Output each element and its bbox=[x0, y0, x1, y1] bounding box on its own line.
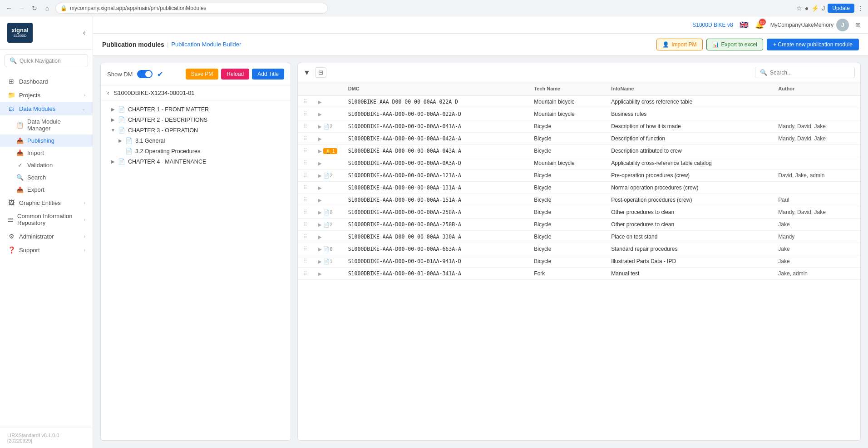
menu-icon[interactable]: ⋮ bbox=[857, 5, 863, 12]
row-chevron-icon[interactable]: ▶ bbox=[318, 185, 322, 190]
sidebar-collapse-button[interactable]: ‹ bbox=[83, 29, 85, 37]
row-expand[interactable]: ▶ 📄2 bbox=[313, 219, 343, 231]
sidebar-item-support[interactable]: ❓ Support › bbox=[0, 243, 93, 257]
search-input[interactable] bbox=[770, 70, 850, 76]
th-dmc[interactable]: DMC bbox=[343, 82, 529, 95]
table-row[interactable]: ⠿▶S1000DBIKE-AAA-D00-00-00-00AA-0A3A-DMo… bbox=[298, 157, 860, 169]
back-button[interactable]: ← bbox=[5, 4, 14, 13]
drag-handle[interactable]: ⠿ bbox=[298, 145, 313, 157]
sidebar-item-dashboard[interactable]: ⊞ Dashboard bbox=[0, 75, 93, 88]
quick-navigation[interactable]: 🔍 Quick Navigation bbox=[5, 54, 88, 67]
row-expand[interactable]: ▶ 📄1 bbox=[313, 255, 343, 268]
sidebar-item-export[interactable]: 📤 Export bbox=[0, 184, 93, 196]
add-title-button[interactable]: Add Title bbox=[252, 69, 284, 80]
drag-handle[interactable]: ⠿ bbox=[298, 95, 313, 108]
tree-item-3-1[interactable]: ▶ 📄 3.1 General bbox=[101, 135, 291, 146]
th-author[interactable]: Author bbox=[773, 82, 860, 95]
row-expand[interactable]: ▶ 📄6 bbox=[313, 243, 343, 255]
table-row[interactable]: ⠿▶S1000DBIKE-AAA-D00-00-00-00AA-151A-ABi… bbox=[298, 194, 860, 206]
profile-icon[interactable]: ● bbox=[805, 5, 809, 12]
th-info-name[interactable]: InfoName bbox=[606, 82, 773, 95]
row-chevron-icon[interactable]: ▶ bbox=[318, 112, 322, 117]
drag-handle[interactable]: ⠿ bbox=[298, 255, 313, 268]
export-excel-button[interactable]: 📊 Export to excel bbox=[706, 39, 763, 50]
row-expand[interactable]: ▶ bbox=[313, 108, 343, 120]
view-toggle-button[interactable]: ⊟ bbox=[315, 67, 326, 78]
notification-button[interactable]: 🔔 03 bbox=[755, 20, 764, 29]
table-row[interactable]: ⠿▶S1000DBIKE-AAA-D00-00-00-00AA-042A-ABi… bbox=[298, 133, 860, 145]
drag-handle[interactable]: ⠿ bbox=[298, 108, 313, 120]
row-chevron-icon[interactable]: ▶ bbox=[318, 198, 322, 203]
update-button[interactable]: Update bbox=[828, 4, 854, 13]
table-row[interactable]: ⠿▶ 📄2S1000DBIKE-AAA-D00-00-00-00AA-258B-… bbox=[298, 219, 860, 231]
show-dm-toggle[interactable] bbox=[137, 70, 153, 78]
row-expand[interactable]: ▶ bbox=[313, 194, 343, 206]
sidebar-item-data-modules[interactable]: 🗂 Data Modules ⌄ bbox=[0, 102, 93, 115]
drag-handle[interactable]: ⠿ bbox=[298, 206, 313, 219]
filter-button[interactable]: ▼ bbox=[303, 69, 311, 77]
row-expand[interactable]: ▶ bbox=[313, 231, 343, 243]
tree-item-ch3[interactable]: ▼ 📄 CHAPTER 3 - OPERATION bbox=[101, 125, 291, 135]
table-row[interactable]: ⠿▶ 📄6S1000DBIKE-AAA-D00-00-00-00AA-663A-… bbox=[298, 243, 860, 255]
sidebar-item-administrator[interactable]: ⚙ Administrator › bbox=[0, 229, 93, 243]
header-subtitle[interactable]: Publication Module Builder bbox=[171, 41, 241, 48]
account-icon[interactable]: J bbox=[822, 5, 825, 12]
drag-handle[interactable]: ⠿ bbox=[298, 231, 313, 243]
forward-button[interactable]: → bbox=[17, 4, 26, 13]
row-chevron-icon[interactable]: ▶ bbox=[318, 271, 322, 276]
drag-handle[interactable]: ⠿ bbox=[298, 120, 313, 133]
sidebar-item-publishing[interactable]: 📤 Publishing bbox=[0, 134, 93, 147]
tree-item-ch4[interactable]: ▶ 📄 CHAPTER 4 - MAINTENANCE bbox=[101, 156, 291, 167]
table-row[interactable]: ⠿▶S1000DBIKE-AAA-D00-00-00-00AA-131A-ABi… bbox=[298, 182, 860, 194]
table-row[interactable]: ⠿▶ 📄1S1000DBIKE-AAA-D00-00-00-01AA-941A-… bbox=[298, 255, 860, 268]
sidebar-item-import[interactable]: 📥 Import bbox=[0, 147, 93, 159]
bookmark-icon[interactable]: ☆ bbox=[796, 5, 802, 12]
drag-handle[interactable]: ⠿ bbox=[298, 268, 313, 280]
tree-item-ch2[interactable]: ▶ 📄 CHAPTER 2 - DESCRIPTIONS bbox=[101, 114, 291, 125]
row-chevron-icon[interactable]: ▶ bbox=[318, 149, 322, 154]
extension-icon[interactable]: ⚡ bbox=[811, 5, 819, 12]
row-chevron-icon[interactable]: ▶ bbox=[318, 136, 322, 141]
table-row[interactable]: ⠿▶ 🔔 1S1000DBIKE-AAA-D00-00-00-00AA-043A… bbox=[298, 145, 860, 157]
row-expand[interactable]: ▶ bbox=[313, 95, 343, 108]
table-row[interactable]: ⠿▶S1000BIKE-AAA-D00-00-00-00AA-022A-DMou… bbox=[298, 95, 860, 108]
drag-handle[interactable]: ⠿ bbox=[298, 182, 313, 194]
drag-handle[interactable]: ⠿ bbox=[298, 133, 313, 145]
row-chevron-icon[interactable]: ▶ bbox=[318, 259, 322, 264]
reload-button[interactable]: Reload bbox=[221, 69, 249, 80]
drag-handle[interactable]: ⠿ bbox=[298, 169, 313, 182]
drag-handle[interactable]: ⠿ bbox=[298, 194, 313, 206]
row-expand[interactable]: ▶ 📄8 bbox=[313, 206, 343, 219]
row-expand[interactable]: ▶ 📄2 bbox=[313, 120, 343, 133]
table-row[interactable]: ⠿▶S1000DBIKE-AAA-D00-00-00-00AA-330A-ABi… bbox=[298, 231, 860, 243]
tree-item-3-2[interactable]: ▶ 📄 3.2 Operating Procedures bbox=[101, 146, 291, 156]
create-pm-button[interactable]: + Create new publication module bbox=[767, 39, 859, 50]
home-button[interactable]: ⌂ bbox=[43, 4, 52, 13]
th-tech-name[interactable]: Tech Name bbox=[528, 82, 606, 95]
table-row[interactable]: ⠿▶S1000DBIKE-AAA-D00-00-00-00AA-022A-DMo… bbox=[298, 108, 860, 120]
drag-handle[interactable]: ⠿ bbox=[298, 243, 313, 255]
row-expand[interactable]: ▶ 📄2 bbox=[313, 169, 343, 182]
row-chevron-icon[interactable]: ▶ bbox=[318, 222, 322, 227]
row-chevron-icon[interactable]: ▶ bbox=[318, 124, 322, 129]
import-pm-button[interactable]: 👤 Import PM bbox=[656, 39, 702, 50]
row-expand[interactable]: ▶ bbox=[313, 133, 343, 145]
row-chevron-icon[interactable]: ▶ bbox=[318, 161, 322, 166]
row-expand[interactable]: ▶ bbox=[313, 182, 343, 194]
table-row[interactable]: ⠿▶ 📄2S1000DBIKE-AAA-D00-00-00-00AA-041A-… bbox=[298, 120, 860, 133]
sidebar-item-graphic-entities[interactable]: 🖼 Graphic Entities › bbox=[0, 196, 93, 209]
row-chevron-icon[interactable]: ▶ bbox=[318, 247, 322, 252]
tree-item-ch1[interactable]: ▶ 📄 CHAPTER 1 - FRONT MATTER bbox=[101, 104, 291, 114]
row-chevron-icon[interactable]: ▶ bbox=[318, 100, 322, 105]
sidebar-item-validation[interactable]: ✓ Validation bbox=[0, 159, 93, 171]
pm-collapse-button[interactable]: ‹ bbox=[107, 89, 109, 96]
row-chevron-icon[interactable]: ▶ bbox=[318, 173, 322, 178]
row-expand[interactable]: ▶ bbox=[313, 157, 343, 169]
save-pm-button[interactable]: Save PM bbox=[186, 69, 219, 80]
sidebar-item-search[interactable]: 🔍 Search bbox=[0, 171, 93, 184]
table-row[interactable]: ⠿▶S1000DBIKE-AAA-D00-00-01-00AA-341A-AFo… bbox=[298, 268, 860, 280]
row-expand[interactable]: ▶ 🔔 1 bbox=[313, 145, 343, 157]
sidebar-item-projects[interactable]: 📁 Projects › bbox=[0, 88, 93, 102]
sidebar-item-dm-manager[interactable]: 📋 Data Module Manager bbox=[0, 115, 93, 134]
user-info[interactable]: MyCompany\JakeMemory J bbox=[770, 19, 849, 31]
